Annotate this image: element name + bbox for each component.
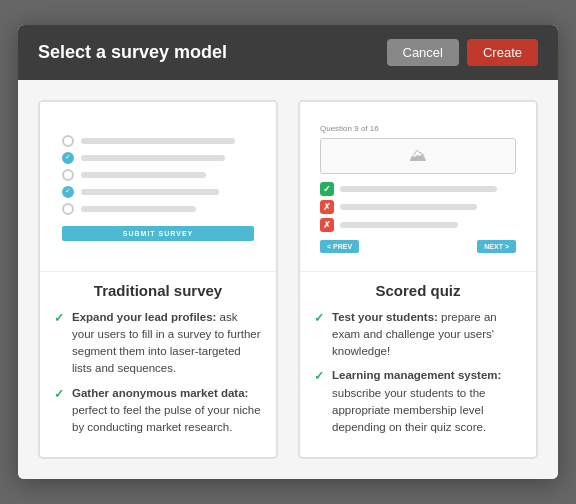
quiz-answer-2: ✗ [320,200,516,214]
quiz-preview: Question 9 of 16 ⛰ ✓ ✗ [300,102,536,272]
trad-row-2 [62,152,254,164]
quiz-form: Question 9 of 16 ⛰ ✓ ✗ [314,124,522,253]
trad-row-3 [62,169,254,181]
quiz-feature-2-rest: subscribe your students to the appropria… [332,387,486,434]
quiz-feature-1: Test your students: prepare an exam and … [314,309,522,361]
answer-line-2 [340,204,477,210]
radio-4 [62,186,74,198]
traditional-label: Traditional survey [40,272,276,305]
quiz-feature-2: Learning management system: subscribe yo… [314,367,522,436]
modal-title: Select a survey model [38,42,227,63]
trad-row-4 [62,186,254,198]
trad-form: SUBMIT SURVEY [54,135,262,241]
radio-2 [62,152,74,164]
quiz-image-box: ⛰ [320,138,516,174]
quiz-option[interactable]: Question 9 of 16 ⛰ ✓ ✗ [298,100,538,460]
modal-header: Select a survey model Cancel Create [18,25,558,80]
modal: Select a survey model Cancel Create [18,25,558,480]
quiz-question-label: Question 9 of 16 [320,124,516,133]
quiz-feature-1-bold: Test your students: [332,311,438,323]
modal-body: SUBMIT SURVEY Traditional survey Expand … [18,80,558,480]
line-1 [81,138,235,144]
quiz-navigation: < PREV NEXT > [320,240,516,253]
next-button-preview: NEXT > [477,240,516,253]
answer-badge-wrong-1: ✗ [320,200,334,214]
line-3 [81,172,206,178]
cancel-button[interactable]: Cancel [387,39,459,66]
feature-1-bold: Expand your lead profiles: [72,311,216,323]
line-4 [81,189,219,195]
radio-1 [62,135,74,147]
traditional-preview: SUBMIT SURVEY [40,102,276,272]
survey-options: SUBMIT SURVEY Traditional survey Expand … [38,100,538,460]
feature-2-rest: perfect to feel the pulse of your niche … [72,404,261,433]
quiz-label: Scored quiz [300,272,536,305]
traditional-features: Expand your lead profiles: ask your user… [40,305,276,458]
line-2 [81,155,225,161]
traditional-feature-1: Expand your lead profiles: ask your user… [54,309,262,378]
header-buttons: Cancel Create [387,39,539,66]
create-button[interactable]: Create [467,39,538,66]
traditional-feature-2: Gather anonymous market data: perfect to… [54,385,262,437]
line-5 [81,206,196,212]
feature-2-bold: Gather anonymous market data: [72,387,248,399]
traditional-survey-option[interactable]: SUBMIT SURVEY Traditional survey Expand … [38,100,278,460]
radio-3 [62,169,74,181]
trad-row-1 [62,135,254,147]
quiz-answer-1: ✓ [320,182,516,196]
prev-button-preview: < PREV [320,240,359,253]
answer-badge-correct: ✓ [320,182,334,196]
quiz-features: Test your students: prepare an exam and … [300,305,536,458]
answer-line-1 [340,186,497,192]
submit-button-preview: SUBMIT SURVEY [62,226,254,241]
image-icon: ⛰ [409,145,427,166]
quiz-feature-2-bold: Learning management system: [332,369,501,381]
trad-row-5 [62,203,254,215]
answer-line-3 [340,222,458,228]
answer-badge-wrong-2: ✗ [320,218,334,232]
quiz-answer-3: ✗ [320,218,516,232]
radio-5 [62,203,74,215]
